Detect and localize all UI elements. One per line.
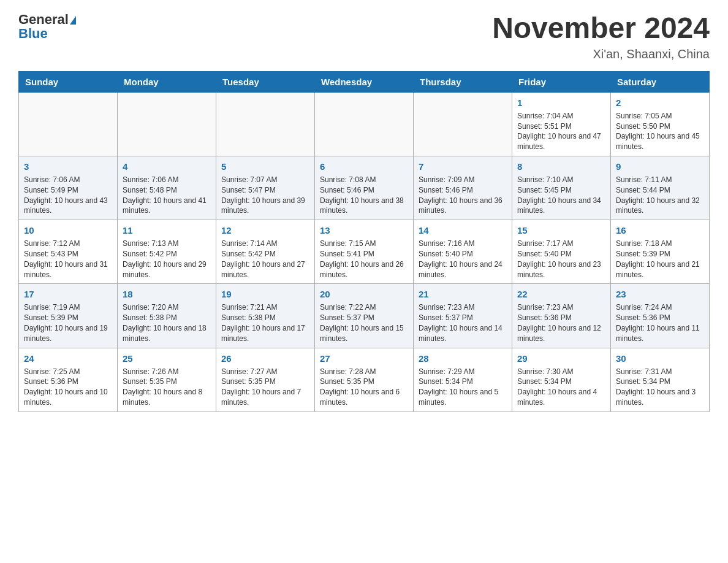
day-info: Sunrise: 7:19 AMSunset: 5:39 PMDaylight:… bbox=[24, 303, 108, 342]
logo-general-text: General bbox=[18, 12, 76, 27]
day-number: 22 bbox=[517, 288, 605, 301]
calendar-cell: 5Sunrise: 7:07 AMSunset: 5:47 PMDaylight… bbox=[216, 156, 315, 220]
day-number: 30 bbox=[616, 352, 704, 365]
calendar-cell: 28Sunrise: 7:29 AMSunset: 5:34 PMDayligh… bbox=[414, 348, 512, 412]
day-number: 3 bbox=[24, 160, 112, 173]
calendar-cell: 6Sunrise: 7:08 AMSunset: 5:46 PMDaylight… bbox=[315, 156, 414, 220]
day-info: Sunrise: 7:08 AMSunset: 5:46 PMDaylight:… bbox=[320, 175, 404, 215]
calendar-cell: 10Sunrise: 7:12 AMSunset: 5:43 PMDayligh… bbox=[19, 220, 118, 284]
location-text: Xi'an, Shaanxi, China bbox=[492, 47, 710, 61]
day-info: Sunrise: 7:05 AMSunset: 5:50 PMDaylight:… bbox=[616, 112, 700, 151]
calendar-cell: 9Sunrise: 7:11 AMSunset: 5:44 PMDaylight… bbox=[611, 156, 710, 220]
month-title: November 2024 bbox=[492, 12, 710, 45]
calendar-body: 1Sunrise: 7:04 AMSunset: 5:51 PMDaylight… bbox=[19, 92, 710, 412]
calendar-cell: 27Sunrise: 7:28 AMSunset: 5:35 PMDayligh… bbox=[315, 348, 414, 412]
day-number: 24 bbox=[24, 352, 112, 365]
calendar-cell: 15Sunrise: 7:17 AMSunset: 5:40 PMDayligh… bbox=[512, 220, 611, 284]
calendar-cell: 20Sunrise: 7:22 AMSunset: 5:37 PMDayligh… bbox=[315, 284, 414, 348]
day-info: Sunrise: 7:20 AMSunset: 5:38 PMDaylight:… bbox=[123, 303, 207, 342]
calendar-cell: 23Sunrise: 7:24 AMSunset: 5:36 PMDayligh… bbox=[611, 284, 710, 348]
day-info: Sunrise: 7:25 AMSunset: 5:36 PMDaylight:… bbox=[24, 367, 108, 407]
header-day-thursday: Thursday bbox=[414, 71, 512, 92]
calendar-cell bbox=[19, 92, 118, 156]
header-day-sunday: Sunday bbox=[19, 71, 118, 92]
calendar-cell: 1Sunrise: 7:04 AMSunset: 5:51 PMDaylight… bbox=[512, 92, 611, 156]
day-number: 9 bbox=[616, 160, 704, 173]
header-day-tuesday: Tuesday bbox=[216, 71, 315, 92]
day-number: 21 bbox=[419, 288, 507, 301]
day-number: 20 bbox=[320, 288, 408, 301]
day-info: Sunrise: 7:15 AMSunset: 5:41 PMDaylight:… bbox=[320, 239, 404, 278]
calendar-cell: 2Sunrise: 7:05 AMSunset: 5:50 PMDaylight… bbox=[611, 92, 710, 156]
day-number: 6 bbox=[320, 160, 408, 173]
day-info: Sunrise: 7:11 AMSunset: 5:44 PMDaylight:… bbox=[616, 175, 700, 215]
calendar-cell bbox=[315, 92, 414, 156]
day-info: Sunrise: 7:29 AMSunset: 5:34 PMDaylight:… bbox=[419, 367, 498, 407]
calendar-cell: 16Sunrise: 7:18 AMSunset: 5:39 PMDayligh… bbox=[611, 220, 710, 284]
day-info: Sunrise: 7:28 AMSunset: 5:35 PMDaylight:… bbox=[320, 367, 400, 407]
calendar-cell: 4Sunrise: 7:06 AMSunset: 5:48 PMDaylight… bbox=[118, 156, 216, 220]
day-info: Sunrise: 7:31 AMSunset: 5:34 PMDaylight:… bbox=[616, 367, 696, 407]
day-info: Sunrise: 7:09 AMSunset: 5:46 PMDaylight:… bbox=[419, 175, 502, 215]
day-info: Sunrise: 7:27 AMSunset: 5:35 PMDaylight:… bbox=[221, 367, 301, 407]
calendar-cell: 30Sunrise: 7:31 AMSunset: 5:34 PMDayligh… bbox=[611, 348, 710, 412]
header-day-friday: Friday bbox=[512, 71, 611, 92]
day-info: Sunrise: 7:22 AMSunset: 5:37 PMDaylight:… bbox=[320, 303, 404, 342]
day-number: 28 bbox=[419, 352, 507, 365]
header-day-monday: Monday bbox=[118, 71, 216, 92]
day-info: Sunrise: 7:17 AMSunset: 5:40 PMDaylight:… bbox=[517, 239, 601, 278]
calendar-cell: 14Sunrise: 7:16 AMSunset: 5:40 PMDayligh… bbox=[414, 220, 512, 284]
day-info: Sunrise: 7:04 AMSunset: 5:51 PMDaylight:… bbox=[517, 112, 601, 151]
day-info: Sunrise: 7:06 AMSunset: 5:48 PMDaylight:… bbox=[123, 175, 207, 215]
calendar-cell: 12Sunrise: 7:14 AMSunset: 5:42 PMDayligh… bbox=[216, 220, 315, 284]
day-number: 18 bbox=[123, 288, 211, 301]
day-number: 23 bbox=[616, 288, 704, 301]
day-number: 2 bbox=[616, 96, 704, 109]
header-day-saturday: Saturday bbox=[611, 71, 710, 92]
title-block: November 2024 Xi'an, Shaanxi, China bbox=[492, 12, 710, 61]
day-info: Sunrise: 7:10 AMSunset: 5:45 PMDaylight:… bbox=[517, 175, 601, 215]
calendar-cell: 8Sunrise: 7:10 AMSunset: 5:45 PMDaylight… bbox=[512, 156, 611, 220]
day-info: Sunrise: 7:24 AMSunset: 5:36 PMDaylight:… bbox=[616, 303, 700, 342]
day-info: Sunrise: 7:06 AMSunset: 5:49 PMDaylight:… bbox=[24, 175, 108, 215]
day-number: 27 bbox=[320, 352, 408, 365]
calendar-cell bbox=[216, 92, 315, 156]
day-info: Sunrise: 7:12 AMSunset: 5:43 PMDaylight:… bbox=[24, 239, 108, 278]
header-day-wednesday: Wednesday bbox=[315, 71, 414, 92]
day-info: Sunrise: 7:18 AMSunset: 5:39 PMDaylight:… bbox=[616, 239, 700, 278]
calendar-cell: 18Sunrise: 7:20 AMSunset: 5:38 PMDayligh… bbox=[118, 284, 216, 348]
day-number: 7 bbox=[419, 160, 507, 173]
day-info: Sunrise: 7:21 AMSunset: 5:38 PMDaylight:… bbox=[221, 303, 305, 342]
day-number: 8 bbox=[517, 160, 605, 173]
week-row-5: 24Sunrise: 7:25 AMSunset: 5:36 PMDayligh… bbox=[19, 348, 710, 412]
day-number: 16 bbox=[616, 224, 704, 237]
day-info: Sunrise: 7:07 AMSunset: 5:47 PMDaylight:… bbox=[221, 175, 305, 215]
day-info: Sunrise: 7:26 AMSunset: 5:35 PMDaylight:… bbox=[123, 367, 202, 407]
calendar-cell: 29Sunrise: 7:30 AMSunset: 5:34 PMDayligh… bbox=[512, 348, 611, 412]
day-info: Sunrise: 7:30 AMSunset: 5:34 PMDaylight:… bbox=[517, 367, 597, 407]
day-number: 12 bbox=[221, 224, 309, 237]
day-number: 29 bbox=[517, 352, 605, 365]
day-number: 1 bbox=[517, 96, 605, 109]
calendar-cell: 17Sunrise: 7:19 AMSunset: 5:39 PMDayligh… bbox=[19, 284, 118, 348]
week-row-4: 17Sunrise: 7:19 AMSunset: 5:39 PMDayligh… bbox=[19, 284, 710, 348]
day-number: 10 bbox=[24, 224, 112, 237]
calendar-cell bbox=[118, 92, 216, 156]
day-number: 19 bbox=[221, 288, 309, 301]
calendar-cell: 25Sunrise: 7:26 AMSunset: 5:35 PMDayligh… bbox=[118, 348, 216, 412]
day-number: 17 bbox=[24, 288, 112, 301]
week-row-3: 10Sunrise: 7:12 AMSunset: 5:43 PMDayligh… bbox=[19, 220, 710, 284]
calendar-cell: 11Sunrise: 7:13 AMSunset: 5:42 PMDayligh… bbox=[118, 220, 216, 284]
calendar-cell: 24Sunrise: 7:25 AMSunset: 5:36 PMDayligh… bbox=[19, 348, 118, 412]
logo: General Blue bbox=[18, 12, 76, 42]
day-info: Sunrise: 7:13 AMSunset: 5:42 PMDaylight:… bbox=[123, 239, 207, 278]
calendar-cell: 13Sunrise: 7:15 AMSunset: 5:41 PMDayligh… bbox=[315, 220, 414, 284]
calendar-cell: 3Sunrise: 7:06 AMSunset: 5:49 PMDaylight… bbox=[19, 156, 118, 220]
calendar-cell: 21Sunrise: 7:23 AMSunset: 5:37 PMDayligh… bbox=[414, 284, 512, 348]
calendar-cell: 26Sunrise: 7:27 AMSunset: 5:35 PMDayligh… bbox=[216, 348, 315, 412]
day-number: 15 bbox=[517, 224, 605, 237]
day-number: 14 bbox=[419, 224, 507, 237]
day-number: 5 bbox=[221, 160, 309, 173]
day-number: 26 bbox=[221, 352, 309, 365]
header-row: SundayMondayTuesdayWednesdayThursdayFrid… bbox=[19, 71, 710, 92]
